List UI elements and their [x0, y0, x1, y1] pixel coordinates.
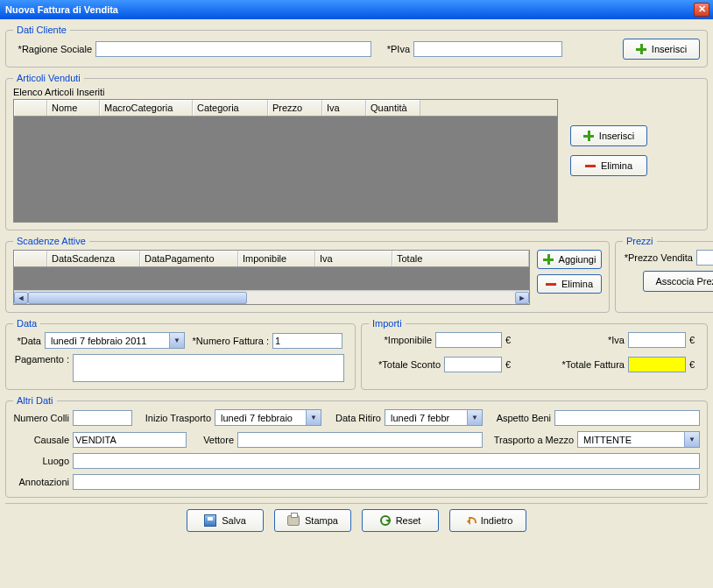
sconto-input[interactable]	[444, 357, 502, 372]
importi-legend: Importi	[369, 318, 406, 329]
piva-label: *PIva	[375, 44, 410, 54]
col-datapag[interactable]: DataPagamento	[140, 251, 238, 266]
articoli-subtitle: Elenco Articoli Inseriti	[13, 87, 700, 97]
vettore-input[interactable]	[237, 432, 483, 448]
col-imponibile[interactable]: Imponibile	[238, 251, 315, 266]
col-datascad[interactable]: DataScadenza	[47, 251, 140, 266]
scroll-left-button[interactable]: ◄	[14, 292, 28, 304]
scadenze-group: Scadenze Attive DataScadenza DataPagamen…	[5, 236, 610, 313]
articoli-group: Articoli Venduti Elenco Articoli Inserit…	[5, 73, 708, 230]
scroll-right-button[interactable]: ►	[515, 292, 529, 304]
numfattura-input[interactable]	[272, 333, 342, 349]
importi-group: Importi *Imponibile € *Iva € *Totale Sco…	[361, 318, 708, 390]
inizio-trasporto-label: Inizio Trasporto	[136, 413, 211, 423]
aspetto-beni-input[interactable]	[554, 410, 700, 426]
col-categoria[interactable]: Categoria	[193, 100, 268, 116]
dati-cliente-group: Dati Cliente *Ragione Sociale *PIva Inse…	[5, 25, 708, 67]
luogo-input[interactable]	[73, 453, 700, 469]
prezzi-group: Prezzi *Prezzo Vendita € Asscocia Prezzo	[615, 236, 713, 313]
elimina-articolo-button[interactable]: Elimina	[570, 155, 647, 176]
plus-icon	[543, 254, 554, 265]
scadenze-grid-body[interactable]	[14, 267, 529, 290]
col-nome[interactable]: Nome	[47, 100, 100, 116]
prezzo-vendita-label: *Prezzo Vendita	[623, 252, 693, 263]
ragione-sociale-label: *Ragione Sociale	[13, 44, 92, 54]
articoli-grid-header: Nome MacroCategoria Categoria Prezzo Iva…	[14, 100, 557, 117]
bottom-toolbar: Salva Stampa Reset Indietro	[5, 503, 708, 532]
plus-icon	[636, 44, 646, 54]
inizio-trasporto-date[interactable]: lunedì 7 febbraio ▼	[215, 409, 321, 426]
euro-symbol: €	[505, 335, 516, 345]
totfattura-input[interactable]	[628, 357, 686, 372]
articoli-grid: Nome MacroCategoria Categoria Prezzo Iva…	[13, 99, 558, 223]
inizio-date-value: lunedì 7 febbraio	[215, 413, 306, 423]
causale-input[interactable]	[73, 432, 187, 448]
inserisci-articolo-button[interactable]: Inserisci	[570, 125, 647, 146]
chevron-down-icon[interactable]: ▼	[306, 410, 321, 425]
scadenze-grid: DataScadenza DataPagamento Imponibile Iv…	[13, 250, 530, 305]
altri-dati-legend: Altri Dati	[13, 395, 57, 406]
minus-icon	[546, 279, 556, 289]
minus-icon	[585, 160, 596, 171]
ragione-sociale-input[interactable]	[95, 41, 371, 57]
data-ritiro-date[interactable]: lunedì 7 febbr ▼	[385, 409, 483, 426]
plus-icon	[583, 131, 594, 141]
window-title: Nuova Fattura di Vendita	[5, 4, 118, 15]
refresh-icon	[380, 515, 391, 526]
salva-button[interactable]: Salva	[187, 509, 264, 532]
imponibile-label: *Imponibile	[369, 335, 432, 345]
vettore-label: Vettore	[190, 435, 234, 445]
col-iva[interactable]: Iva	[322, 100, 366, 116]
imponibile-input[interactable]	[435, 332, 502, 348]
inserisci-cliente-button[interactable]: Inserisci	[623, 39, 700, 60]
numcolli-label: Numero Colli	[13, 413, 69, 423]
scadenze-legend: Scadenze Attive	[13, 236, 89, 246]
aggiungi-scadenza-button[interactable]: Aggiungi	[537, 250, 602, 269]
articoli-grid-body[interactable]	[14, 117, 557, 222]
trasporto-mezzo-select[interactable]: MITTENTE ▼	[577, 431, 700, 448]
data-date-value: lunedì 7 febbraio 2011	[46, 336, 169, 346]
iva-input[interactable]	[628, 332, 686, 348]
prezzo-vendita-input[interactable]	[696, 250, 713, 266]
iva-label: *Iva	[598, 335, 625, 345]
scadenze-scrollbar[interactable]: ◄ ►	[14, 290, 529, 304]
trasporto-mezzo-value: MITTENTE	[578, 435, 684, 445]
causale-label: Causale	[13, 435, 69, 445]
close-button[interactable]: ✕	[694, 3, 709, 17]
data-label: *Data	[13, 336, 41, 346]
elimina-scadenza-button[interactable]: Elimina	[537, 274, 602, 294]
luogo-label: Luogo	[13, 456, 69, 466]
aspetto-beni-label: Aspetto Beni	[486, 413, 551, 423]
chevron-down-icon[interactable]: ▼	[467, 410, 482, 425]
col-quantita[interactable]: Quantità	[366, 100, 420, 116]
associa-prezzo-button[interactable]: Asscocia Prezzo	[643, 271, 713, 292]
col-blank[interactable]	[14, 100, 47, 116]
reset-button[interactable]: Reset	[362, 509, 439, 532]
pagamento-input[interactable]	[73, 354, 344, 382]
ritiro-date-value: lunedì 7 febbr	[385, 413, 467, 423]
data-date-picker[interactable]: lunedì 7 febbraio 2011 ▼	[45, 332, 185, 349]
titlebar: Nuova Fattura di Vendita ✕	[0, 0, 713, 19]
scroll-thumb[interactable]	[28, 292, 247, 304]
euro-symbol: €	[505, 359, 516, 370]
indietro-button[interactable]: Indietro	[449, 509, 526, 532]
chevron-down-icon[interactable]: ▼	[169, 333, 184, 348]
stampa-button[interactable]: Stampa	[274, 509, 351, 532]
col-prezzo[interactable]: Prezzo	[268, 100, 322, 116]
annotazioni-label: Annotazioni	[13, 477, 69, 487]
col-totale[interactable]: Totale	[392, 251, 529, 266]
back-icon	[463, 515, 476, 526]
articoli-legend: Articoli Venduti	[13, 73, 84, 83]
chevron-down-icon[interactable]: ▼	[684, 432, 699, 447]
numcolli-input[interactable]	[73, 410, 132, 426]
save-icon	[204, 514, 216, 527]
euro-symbol: €	[689, 359, 700, 370]
col-blank2[interactable]	[14, 251, 47, 266]
trasporto-mezzo-label: Trasporto a Mezzo	[486, 435, 574, 445]
sconto-label: *Totale Sconto	[369, 359, 441, 370]
col-iva2[interactable]: Iva	[315, 251, 392, 266]
annotazioni-input[interactable]	[73, 474, 700, 490]
altri-dati-group: Altri Dati Numero Colli Inizio Trasporto…	[5, 395, 708, 498]
piva-input[interactable]	[413, 41, 562, 57]
col-macro[interactable]: MacroCategoria	[100, 100, 193, 116]
